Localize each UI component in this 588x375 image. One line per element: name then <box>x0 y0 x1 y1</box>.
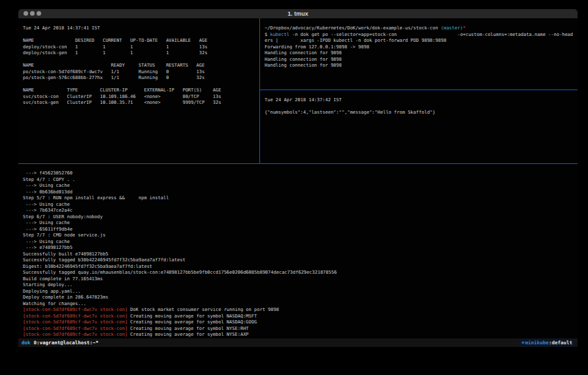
terminal-line: ---> Using cache <box>23 202 581 208</box>
terminal-line: Tue 24 Apr 2018 14:37:41 IST <box>23 25 263 32</box>
tmux-status-bar: dok 0:vagrant@localhost:~* ☸minikube:def… <box>18 338 578 347</box>
terminal-line: ---> Using cache <box>23 183 581 189</box>
window-titlebar[interactable]: 1. tmux <box>18 9 578 18</box>
terminal-line: deploy/stock-gen 1 1 1 1 32s <box>23 50 263 57</box>
pane-kubectl-resources[interactable]: Tue 24 Apr 2018 14:37:41 IST NAME DESIRE… <box>18 23 263 171</box>
pane-divider-horizontal-right[interactable] <box>260 90 578 90</box>
terminal-line: deploy/stock-con 1 1 1 1 13s <box>23 44 263 51</box>
terminal-line: ---> f45623052760 <box>23 171 581 177</box>
terminal-line: Tue 24 Apr 2018 14:37:42 IST <box>265 97 581 104</box>
helm-wheel-icon: ☸ <box>521 340 525 346</box>
terminal-line: Handling connection for 9898 <box>265 57 581 63</box>
terminal-line: NAME READY STATUS RESTARTS AGE <box>23 63 263 69</box>
tmux-session-name[interactable]: dok <box>22 338 31 347</box>
pane-divider-main-active <box>259 163 578 164</box>
pane-skaffold-build-log[interactable]: ---> f45623052760Step 4/7 : COPY . . ---… <box>18 169 581 345</box>
terminal-line: NAME TYPE CLUSTER-IP EXTERNAL-IP PORT(S)… <box>23 88 263 94</box>
kube-context-name: minikube <box>525 340 549 346</box>
close-window-button[interactable] <box>24 11 28 16</box>
terminal-line: Step 7/7 : CMD node service.js <box>23 233 581 239</box>
terminal-line: Successfully tagged quay.io/mhausenblas/… <box>23 270 581 276</box>
kubernetes-context-indicator: ☸minikube:default <box>519 338 574 347</box>
terminal-line: Step 6/7 : USER nobody:nobody <box>23 214 581 221</box>
terminal-window: 1. tmux Tue 24 Apr 2018 14:37:41 IST NAM… <box>18 9 578 347</box>
terminal-line: po/stock-con-5d7df689cf-dwc7v 1/1 Runnin… <box>23 69 263 76</box>
kube-namespace: :default <box>549 340 572 346</box>
terminal-line: Deploying app.yaml... <box>23 289 581 295</box>
pane-service-output[interactable]: Tue 24 Apr 2018 14:37:42 IST {"numsymbol… <box>260 95 581 171</box>
tmux-window-label[interactable]: 0:vagrant@localhost:~* <box>34 338 99 347</box>
minimize-window-button[interactable] <box>30 11 35 16</box>
terminal-line <box>265 104 581 110</box>
terminal-line: Handling connection for 9898 <box>265 63 581 69</box>
terminal-line <box>23 82 263 88</box>
terminal-line: Forwarding from 127.0.0.1:9898 -> 9898 <box>265 44 581 51</box>
terminal-line: Starting deploy... <box>23 282 581 289</box>
terminal-line: [stock-con-5d7df689cf-dwc7v stock-con] D… <box>23 307 581 314</box>
terminal-line: ---> e74898127bb5 <box>23 245 581 252</box>
pane-divider-main-inactive <box>18 163 259 164</box>
terminal-line: {"numsymbols":4,"lastseen":"","message":… <box>265 110 581 116</box>
terminal-line: svc/stock-gen ClusterIP 10.100.35.71 <no… <box>23 100 263 106</box>
terminal-line: ers | xargs -IPOD kubectl -n dok port-fo… <box>265 38 581 44</box>
pane-divider-horizontal-main[interactable] <box>18 163 578 164</box>
terminal-line: Step 4/7 : COPY . . <box>23 177 581 184</box>
terminal-line: svc/stock-con ClusterIP 10.109.186.46 <n… <box>23 94 263 101</box>
terminal-line: ---> 0b636bd013dd <box>23 189 581 196</box>
terminal-line: ---> 7b6347ce2a4c <box>23 208 581 214</box>
terminal-line <box>23 32 263 39</box>
terminal-line: [stock-con-5d7df689cf-dwc7v stock-con] C… <box>23 326 581 333</box>
window-title: 1. tmux <box>18 9 578 18</box>
terminal-line: po/stock-gen-576cc688bb-277hx 1/1 Runnin… <box>23 75 263 82</box>
terminal-line: [stock-con-5d7df689cf-dwc7v stock-con] C… <box>23 332 581 338</box>
desktop-background: 1. tmux Tue 24 Apr 2018 14:37:41 IST NAM… <box>0 0 588 375</box>
terminal-line: [stock-con-5d7df689cf-dwc7v stock-con] C… <box>23 314 581 320</box>
terminal-line: $ kubectl -n dok get po --selector=app=s… <box>265 32 581 39</box>
terminal-line: Successfully built e74898127bb5 <box>23 252 581 258</box>
zoom-window-button[interactable] <box>37 11 41 16</box>
terminal-line: ~/Dropbox/advocacy/Kubernetes/DoK/work/d… <box>265 25 581 32</box>
terminal-line: Digest: b38b42246945fd7f32c5ba9aea7af7fd… <box>23 264 581 270</box>
terminal-line <box>23 57 263 63</box>
terminal-line: Handling connection for 9898 <box>265 50 581 57</box>
terminal-line: ---> Using cache <box>23 220 581 227</box>
terminal-line: ---> Using cache <box>23 239 581 246</box>
terminal-line: NAME DESIRED CURRENT UP-TO-DATE AVAILABL… <box>23 38 263 44</box>
terminal-line: Deploy complete in 286.647823ms <box>23 295 581 301</box>
terminal-line: Successfully tagged b38b42246945fd7f32c5… <box>23 257 581 264</box>
terminal-line: [stock-con-5d7df689cf-dwc7v stock-con] C… <box>23 319 581 326</box>
window-controls <box>24 11 41 16</box>
terminal-line: Build complete in 77.165413ms <box>23 276 581 283</box>
terminal-line: Watching for changes... <box>23 301 581 308</box>
terminal-line: ---> 65611ff9db4e <box>23 227 581 233</box>
terminal-line: Step 5/7 : RUN npm install express && np… <box>23 195 581 202</box>
pane-port-forward[interactable]: ~/Dropbox/advocacy/Kubernetes/DoK/work/d… <box>260 23 581 97</box>
